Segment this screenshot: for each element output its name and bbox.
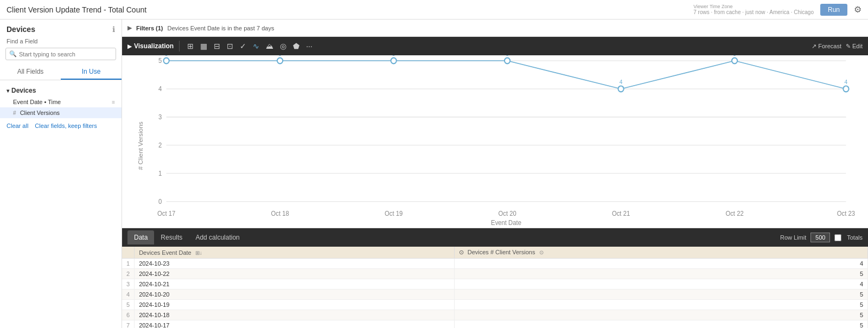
svg-text:5: 5: [278, 55, 282, 57]
viz-area-icon[interactable]: ⛰: [264, 41, 276, 52]
viz-more-icon[interactable]: ···: [304, 41, 315, 52]
viz-bar-icon[interactable]: ▦: [198, 41, 209, 52]
svg-point-27: [505, 58, 510, 64]
viz-map-icon[interactable]: ◎: [278, 41, 289, 52]
row-date: 2024-10-21: [135, 279, 455, 290]
svg-text:3: 3: [158, 113, 162, 120]
row-num: 6: [122, 310, 135, 320]
search-icon: 🔍: [9, 50, 17, 57]
col-num-header: [122, 247, 135, 259]
tab-all-fields[interactable]: All Fields: [0, 65, 61, 80]
svg-point-29: [618, 86, 623, 92]
row-value: 4: [454, 259, 867, 269]
row-value: 5: [454, 290, 867, 300]
field-item-event-date: Event Date • Time ≡: [0, 97, 122, 107]
row-value: 5: [454, 269, 867, 279]
row-date: 2024-10-20: [135, 290, 455, 300]
svg-text:Oct 18: Oct 18: [271, 209, 289, 216]
sidebar-title: Devices: [7, 25, 35, 34]
sidebar: Devices ℹ Find a Field 🔍 All Fields In U…: [0, 20, 122, 328]
chevron-down-icon: ▾: [7, 88, 9, 94]
data-tab-add-calc[interactable]: Add calculation: [189, 230, 246, 245]
run-button[interactable]: Run: [820, 4, 847, 16]
viz-table-icon[interactable]: ⊞: [185, 41, 196, 52]
viz-toolbar-right: ↗ Forecast ✎ Edit: [812, 43, 863, 50]
field-group-devices[interactable]: ▾ Devices: [0, 85, 122, 97]
col-value-icon: ⊙: [459, 249, 464, 255]
forecast-button[interactable]: ↗ Forecast: [812, 43, 841, 50]
filter-expand-icon[interactable]: ▶: [127, 24, 132, 31]
svg-point-33: [843, 86, 848, 92]
row-date: 2024-10-17: [135, 320, 455, 329]
viz-scatter-icon[interactable]: ⊡: [225, 41, 235, 52]
data-tab-data[interactable]: Data: [127, 230, 154, 245]
svg-point-21: [163, 58, 169, 64]
page-title: Client Version Update Trend - Total Coun…: [7, 5, 146, 14]
content-area: ▶ Filters (1) Devices Event Date is in t…: [122, 20, 868, 328]
top-bar-right: Viewer Time Zone 7 rows · from cache · j…: [693, 4, 861, 16]
svg-text:5: 5: [733, 55, 736, 57]
field-item-client-versions: # Client Versions: [0, 107, 122, 118]
row-value: 4: [454, 279, 867, 290]
gear-button[interactable]: ⚙: [854, 4, 861, 15]
sidebar-header: Devices ℹ: [0, 20, 122, 37]
viz-column-icon[interactable]: ⊟: [212, 41, 222, 52]
svg-text:Oct 22: Oct 22: [725, 209, 743, 216]
top-bar: Client Version Update Trend - Total Coun…: [0, 0, 868, 20]
row-num: 4: [122, 290, 135, 300]
svg-text:5: 5: [165, 55, 168, 57]
totals-label: Totals: [847, 234, 863, 241]
row-value: 5: [454, 310, 867, 320]
viz-line-icon[interactable]: ∿: [251, 41, 261, 52]
viz-separator: [179, 41, 180, 52]
filter-text: Devices Event Date is in the past 7 days: [168, 25, 275, 31]
viz-pie-icon[interactable]: ⬟: [291, 41, 302, 52]
col-value-header: ⊙ Devices # Client Versions ⊙: [454, 247, 867, 259]
sidebar-bottom: Clear all Clear fields, keep filters: [0, 118, 122, 133]
svg-text:4: 4: [620, 79, 623, 85]
date-sort-icon[interactable]: ⊞↓: [195, 250, 202, 256]
viewer-tz-label: Viewer Time Zone: [693, 4, 814, 9]
row-date: 2024-10-22: [135, 269, 455, 279]
data-tab-results[interactable]: Results: [154, 230, 189, 245]
svg-text:5: 5: [506, 55, 509, 57]
row-num: 2: [122, 269, 135, 279]
edit-icon: ✎: [846, 43, 851, 50]
svg-text:Oct 20: Oct 20: [498, 209, 516, 216]
row-info: Viewer Time Zone 7 rows · from cache · j…: [693, 4, 814, 15]
sidebar-info-button[interactable]: ℹ: [112, 25, 115, 34]
value-options-icon[interactable]: ⊙: [539, 249, 544, 255]
filter-icon: ≡: [112, 99, 115, 105]
clear-all-link[interactable]: Clear all: [7, 123, 28, 129]
row-limit-input[interactable]: [810, 233, 830, 242]
search-box: 🔍: [5, 48, 116, 60]
row-value: 5: [454, 300, 867, 310]
totals-checkbox[interactable]: [834, 234, 841, 241]
viz-label: ▶ Visualization: [127, 42, 174, 50]
data-section: Data Results Add calculation Row Limit T…: [122, 228, 868, 328]
edit-button[interactable]: ✎ Edit: [846, 43, 863, 50]
row-value: 5: [454, 320, 867, 329]
data-tabs-bar: Data Results Add calculation Row Limit T…: [122, 228, 868, 247]
data-tabs-right: Row Limit Totals: [780, 233, 863, 242]
viz-toolbar: ▶ Visualization ⊞ ▦ ⊟ ⊡ ✓ ∿ ⛰ ◎ ⬟ ··· ↗ …: [122, 37, 868, 55]
table-row: 1 2024-10-23 4: [122, 259, 868, 269]
row-date: 2024-10-18: [135, 310, 455, 320]
data-table: Devices Event Date ⊞↓ ⊙ Devices # Client…: [122, 247, 868, 328]
row-date: 2024-10-23: [135, 259, 455, 269]
svg-point-23: [277, 58, 283, 64]
svg-text:Event Date: Event Date: [491, 219, 521, 226]
table-row: 3 2024-10-21 4: [122, 279, 868, 290]
row-num: 1: [122, 259, 135, 269]
tab-in-use[interactable]: In Use: [61, 65, 122, 80]
row-num: 7: [122, 320, 135, 329]
svg-text:5: 5: [392, 55, 395, 57]
row-date: 2024-10-19: [135, 300, 455, 310]
forecast-icon: ↗: [812, 43, 816, 50]
svg-text:5: 5: [158, 57, 162, 64]
main-layout: Devices ℹ Find a Field 🔍 All Fields In U…: [0, 20, 868, 328]
clear-fields-link[interactable]: Clear fields, keep filters: [35, 123, 97, 129]
viz-check-icon[interactable]: ✓: [238, 41, 248, 52]
line-chart: # Client Versions 0 1 2 3 4 5 Oct 17 Oct…: [133, 61, 857, 225]
search-input[interactable]: [19, 51, 112, 57]
